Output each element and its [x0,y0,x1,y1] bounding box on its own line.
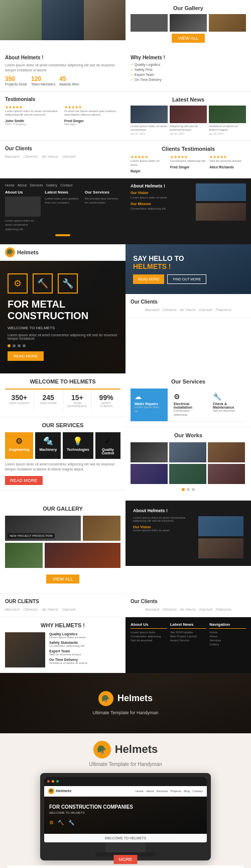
footer-item-3b[interactable]: About [209,635,246,638]
service-card-3[interactable]: 💡 Technologies [63,432,93,459]
service-name-4: Quality Control [99,448,116,455]
r-clients-title: Our Clients [131,299,246,305]
dark-nav-gallery[interactable]: Gallery [46,183,57,187]
services-read-more[interactable]: READ MORE [5,476,43,485]
monitor-nav-services[interactable]: Services [157,790,168,793]
service-name-2: Machinery [39,448,57,451]
cf-logo-3: de Havre [42,607,58,612]
clients-right-panel: Our Clients Barnard Clintons de Havre Ga… [126,294,251,318]
stat-label-2: Team Members [31,82,55,86]
monitor-nav-about[interactable]: About [146,790,154,793]
r-t-author-1: Ralph [131,169,167,173]
monitor-nav-home[interactable]: Home [136,790,144,793]
footer-col-1: About Us Lorem ipsum dolor Consectetur a… [131,622,167,647]
r-t-text-3: Sed do eiusmod tempor. [209,159,246,163]
dark-col-2-title: Latest News [45,190,80,195]
t-text-2: Ut enim ad minim veniam quis nostrud exe… [64,110,120,118]
service-icon-4: ✓ [99,436,116,446]
footer-item-3c[interactable]: Services [209,639,246,642]
news-img-3 [209,106,246,123]
services-desc: Lorem ipsum dolor sit amet consectetur a… [5,459,120,475]
view-all-button[interactable]: VIEW ALL [172,34,204,43]
welcome-stat-label-2: JOBS DONE [37,402,60,405]
our-works: Our Works [126,427,251,501]
read-more-button[interactable]: READ MORE [8,351,44,361]
why-f-title-1: Quality Logistics [49,632,120,636]
wrench-icon: 🔧 [62,278,73,289]
view-more-button[interactable]: MORE [114,855,138,864]
monitor-nav-contact[interactable]: Contact [192,790,203,793]
dark-nav-services[interactable]: Services [30,183,43,187]
welcome-stat-num-3: 15+ [66,394,89,402]
why-f-title-4: On Time Delivery [49,658,120,661]
dot-4 [23,344,26,347]
service-card-2[interactable]: 🔩 Machinery [35,432,61,459]
dark-nav-contact[interactable]: Contact [60,183,72,187]
gallery-thumb-3 [209,14,246,32]
monitor-dot-yellow [52,780,54,783]
top-gallery-section: MORE Our Gallery VIEW ALL [0,0,251,50]
r-t-author-2: Fred Singer [170,165,207,169]
service-card-4[interactable]: ✓ Quality Control [95,432,120,459]
hello-find-out[interactable]: FIND OUT MORE [167,274,206,284]
r-t-text-2: Consectetur adipiscing elit. [170,159,207,163]
footer-item-3a[interactable]: Home [209,631,246,634]
gallery-view-all[interactable]: VIEW ALL [46,574,79,584]
feature-2: Safety First [131,68,246,72]
welcome-stat-label-4: HAPPY CLIENTS [94,402,118,408]
footer-grid: About Us Lorem ipsum dolor Consectetur a… [131,622,246,647]
r-service-2[interactable]: ⚙ Electrical Installation Consectetur ad… [170,389,207,421]
hello-read-more[interactable]: READ MORE [133,274,164,284]
why-feature-4: On Time Delivery Incididunt ut labore et… [49,658,120,664]
monitor-nav-blog[interactable]: Blog [184,790,190,793]
why-features: Quality Logistics Lorem ipsum dolor sit … [49,632,120,667]
dark-about-desc: Lorem ipsum dolor sit amet consectetur a… [133,516,195,522]
clients-section-full: OUR CLIENTS Barnard Clintons de Havre Ga… [0,594,251,617]
feature-1: Quality Logistics [131,63,246,67]
monitor-nav-projects[interactable]: Projects [171,790,182,793]
why-img [5,632,45,667]
why-f-text-2: Consectetur adipiscing elit. [49,644,120,647]
dark-nav-home[interactable]: Home [5,183,15,187]
monitor-dot-green [56,780,59,783]
stat-1: 350 Projects Done [5,75,27,86]
why-f-title-2: Safety Standards [49,641,120,644]
r-services-grid: ☁ Water Repairs Lorem ipsum dolor sit. ⚙… [131,389,246,422]
hero-icons: ⚙ 🔨 🔧 [8,273,118,294]
news-card-1: Lorem ipsum dolor sit amet consectetur. … [131,106,168,136]
about-title: About Helmets ! [5,55,120,60]
r-service-3[interactable]: 🔧 Check & Maintenance Sed do eiusmod. [209,389,246,421]
about-helmets-text: About Helmets Are you involved in Handym… [8,865,243,868]
news-img-2 [170,106,207,123]
r-services-title: Our Services [131,378,246,384]
right-services-col: Our Services ☁ Water Repairs Lorem ipsum… [126,373,251,501]
tools-helmet-icon: 🪖 [101,695,110,703]
why-section-title: WHY HELMETS ! [5,622,120,628]
footer-item-2b: New Project Launch [170,635,207,638]
r-service-1[interactable]: ☁ Water Repairs Lorem ipsum dolor sit. [131,389,168,421]
logo-icon: 🪖 [5,247,15,257]
gallery-thumb-1 [131,14,168,32]
stat-3: 45 Awards Won [59,75,79,86]
slider-indicator [55,234,70,236]
footer-item-3d[interactable]: Gallery [209,643,246,646]
welcome-stats: 350+ OUR CLIENTS 245 JOBS DONE 15+ YEAR … [5,389,120,412]
r-stars-2: ★★★★★ [170,155,207,159]
dark-about-panel: About Helmets ! Lorem ipsum dolor sit am… [126,501,251,566]
dark-about-feature-2-text: Consectetur adipiscing elit. [131,207,192,211]
dark-nav-about[interactable]: About [18,183,27,187]
stat-number-2: 120 [31,75,55,82]
r-client-2: Clintons [162,308,177,312]
dark-images [198,516,243,558]
why-footer-section: WHY HELMETS ! Quality Logistics Lorem ip… [0,617,251,673]
footer-col-title-1: About Us [131,622,167,629]
r-client-3: de Havre [180,308,196,312]
services-section-left: OUR SERVICES ⚙ Engineering 🔩 Machinery 💡… [0,417,126,491]
service-card-1[interactable]: ⚙ Engineering [5,432,33,459]
hero-icon-1: ⚙ [8,273,28,294]
rf-logo-1: Barnard [145,607,159,612]
dark-col-1-title: About Us [5,190,41,195]
dark-col-2: Latest News Latest news and updates from… [45,190,80,231]
latest-news-panel: Latest News Lorem ipsum dolor sit amet c… [126,91,251,141]
tools-tagline: Ultimate Template for Handyman [93,710,159,715]
